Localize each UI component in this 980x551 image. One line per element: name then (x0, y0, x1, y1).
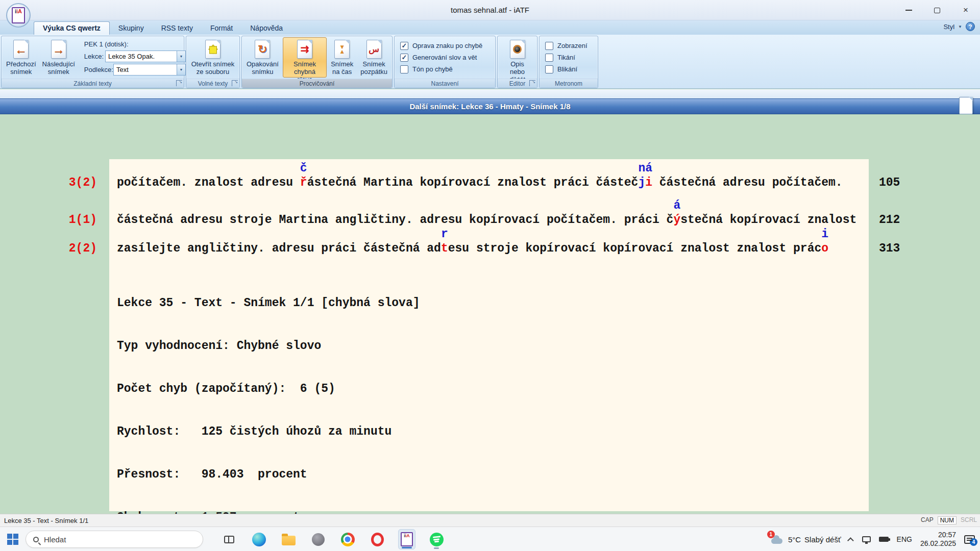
checkbox-icon[interactable]: ✓ (400, 65, 408, 73)
pek-label: PEK 1 (dotisk): (84, 39, 186, 50)
window-controls: × (894, 0, 980, 20)
results-block: Lekce 35 - Text - Snímek 1/1 [chybná slo… (117, 267, 980, 514)
lekce-combobox[interactable]: Lekce 35 Opak. ▼ (105, 51, 186, 62)
page-prev-icon: ← (13, 40, 29, 59)
start-button[interactable] (7, 534, 18, 545)
backwards-slide-button[interactable]: س Snímek pozpátku (357, 37, 390, 78)
group-label-volne-texty: Volné texty (186, 79, 239, 88)
ribbon-group-nastaveni: ✓ Oprava znaku po chybě ✓ Generování slo… (394, 36, 496, 88)
close-button[interactable]: × (951, 0, 980, 20)
next-slide-info-bar: Další snímek: Lekce 36 - Hmaty - Snímek … (0, 98, 980, 114)
chevron-down-icon[interactable]: ▼ (958, 24, 962, 29)
ribbon-group-editor: Opis nebo diktát Editor (497, 36, 537, 88)
checkbox-blikani[interactable]: ✓ Blikání (545, 65, 592, 73)
chrome-button[interactable] (339, 529, 356, 549)
checkbox-generovani-slov[interactable]: ✓ Generování slov a vět (400, 54, 489, 62)
timed-slide-button[interactable]: ▼▲ Snímek na čas (328, 37, 356, 78)
minimize-button[interactable] (894, 0, 923, 20)
checkbox-ton-po-chybe[interactable]: ✓ Tón po chybě (400, 65, 489, 73)
search-label: Hledat (44, 535, 66, 544)
exercise-line: 3(2) počítačem. znalost adresu řástečná … (0, 176, 980, 190)
tab-row-right: Styl ▼ ? (943, 22, 975, 31)
gray-app-button[interactable] (309, 529, 327, 549)
exercise-text-block: č ná 3(2) počítačem. znalost adresu řást… (0, 161, 980, 514)
keyboard-indicators: CAP NUM SCRL (921, 516, 980, 524)
opera-button[interactable] (369, 529, 386, 549)
checkbox-icon[interactable]: ✓ (545, 65, 553, 73)
checkbox-icon[interactable]: ✓ (545, 54, 553, 62)
window-title: tomas sehnal.atf - iATF (0, 6, 980, 14)
podlekce-combobox[interactable]: Text ▼ (113, 64, 186, 76)
chevron-down-icon[interactable]: ▼ (177, 64, 185, 75)
language-indicator[interactable]: ENG (897, 535, 912, 543)
desktop: tomas sehnal.atf - iATF × iiA Výuka CS q… (0, 0, 980, 551)
stroke-count: 313 (869, 241, 900, 256)
exercise-area: č ná 3(2) počítačem. znalost adresu řást… (0, 114, 980, 514)
maximize-button[interactable] (923, 0, 951, 20)
open-slide-from-file-button[interactable]: Otevřít snímek ze souboru (188, 37, 238, 78)
annotation-line: á (109, 198, 869, 213)
cloud-icon (771, 538, 782, 544)
exercise-line: 1(1) částečná adresu stroje Martina angl… (0, 213, 980, 227)
chevron-down-icon[interactable]: ▼ (177, 51, 185, 62)
repeat-slide-button[interactable]: ↻ Opakování snímku (243, 37, 282, 78)
hourglass-icon: ▼▲ (334, 40, 350, 59)
tray-expand-icon[interactable] (847, 537, 854, 544)
error-words-slide-button[interactable]: ⇉ Snímek chybná slova (283, 37, 327, 78)
ribbon-group-volne-texty: Otevřít snímek ze souboru Volné texty (186, 36, 240, 88)
app-menu-button[interactable]: iiA (6, 3, 31, 28)
previous-slide-button[interactable]: ← Předchozí snímek (3, 37, 39, 78)
search-input[interactable]: Hledat (26, 531, 203, 548)
num-indicator: NUM (938, 516, 957, 524)
ribbon-group-metronom: ✓ Zobrazení ✓ Tikání ✓ Blikání Metronom (539, 36, 598, 88)
dialog-launcher-icon[interactable] (529, 80, 535, 86)
weather-desc: Slabý déšť (804, 535, 841, 544)
annotation-row: á (0, 198, 980, 213)
checkbox-icon[interactable]: ✓ (400, 42, 408, 50)
monitor-icon[interactable] (862, 536, 871, 542)
battery-icon[interactable] (879, 537, 889, 542)
dictation-button[interactable]: Opis nebo diktát (499, 37, 535, 78)
edge-button[interactable] (250, 529, 267, 549)
ribbon-tab-row: iiA Výuka CS qwertz Skupiny RSS texty Fo… (0, 20, 980, 35)
checkbox-icon[interactable]: ✓ (545, 42, 553, 50)
clock[interactable]: 20:57 26.02.2025 (920, 531, 956, 548)
iatf-icon: iiA (401, 532, 413, 546)
tab-napoveda[interactable]: Nápověda (241, 22, 291, 35)
annotation-line: č ná (109, 161, 869, 176)
page-next-icon: → (51, 40, 66, 59)
exercise-text: částečná adresu stroje Martina angličtin… (109, 213, 869, 227)
notification-badge: 4 (970, 538, 977, 546)
group-label-metronom: Metronom (540, 79, 598, 88)
ribbon: ← Předchozí snímek → Následující snímek … (0, 35, 980, 89)
group-label-procvicovani: Procvičování (242, 79, 392, 88)
notification-icon[interactable]: 4 (964, 535, 975, 544)
document-icon[interactable] (959, 97, 973, 114)
tab-skupiny[interactable]: Skupiny (110, 22, 153, 35)
dialog-launcher-icon[interactable] (176, 80, 182, 86)
checkbox-icon[interactable]: ✓ (400, 54, 408, 62)
folder-icon (282, 536, 296, 545)
checkbox-tikani[interactable]: ✓ Tikání (545, 54, 592, 62)
spotify-button[interactable] (428, 529, 445, 549)
speaker-icon (510, 40, 525, 59)
help-icon[interactable]: ? (966, 22, 975, 31)
weather-widget[interactable]: 1 5°C Slabý déšť (770, 534, 841, 544)
style-menu[interactable]: Styl (943, 23, 954, 31)
tab-rss-texty[interactable]: RSS texty (153, 22, 202, 35)
group-label-editor: Editor (498, 79, 537, 88)
file-explorer-button[interactable] (280, 529, 297, 549)
status-text: Lekce 35 - Text - Snímek 1/1 (0, 517, 88, 524)
next-slide-button[interactable]: → Následující snímek (39, 37, 78, 78)
tab-format[interactable]: Formát (202, 22, 241, 35)
iatf-taskbar-button[interactable]: iiA (398, 529, 415, 549)
window-strip (0, 89, 980, 98)
dialog-launcher-icon[interactable] (232, 80, 238, 86)
task-view-button[interactable] (220, 529, 238, 549)
iatf-logo-icon: iiA (12, 7, 25, 23)
checkbox-oprava-znaku[interactable]: ✓ Oprava znaku po chybě (400, 42, 489, 50)
tab-vyuka-cs-qwertz[interactable]: Výuka CS qwertz (34, 21, 110, 35)
group-label-zakladni-texty: Základní texty (2, 79, 184, 88)
annotation-row: r i (0, 227, 980, 241)
checkbox-zobrazeni[interactable]: ✓ Zobrazení (545, 42, 592, 50)
